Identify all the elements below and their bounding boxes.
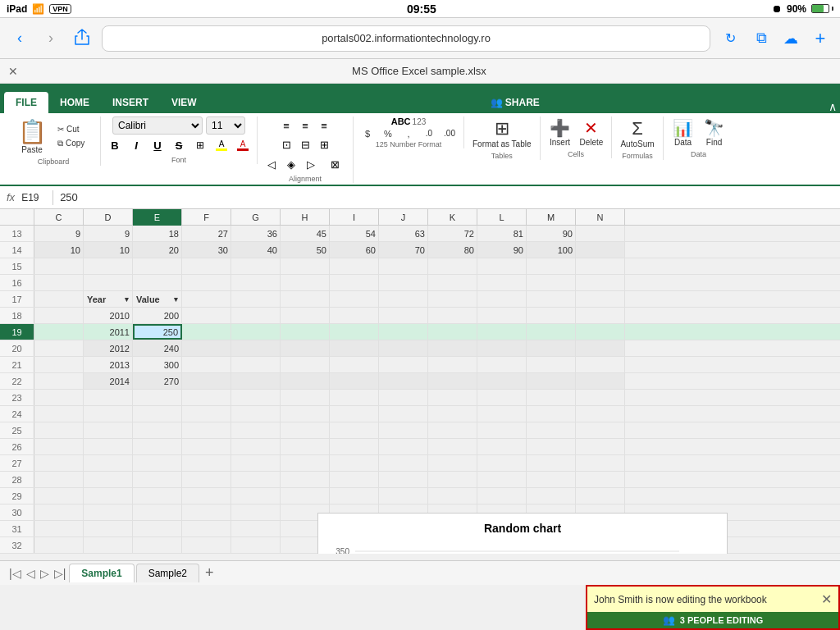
sheet-tab-sample1[interactable]: Sample1: [69, 564, 134, 582]
data-button[interactable]: 📊 Data: [669, 116, 698, 148]
left-align-button[interactable]: ◁: [262, 155, 281, 173]
cell-h14[interactable]: 50: [281, 242, 330, 258]
cell-e13[interactable]: 18: [133, 226, 182, 241]
cell-d14[interactable]: 10: [84, 242, 133, 258]
cell-d20[interactable]: 2012: [84, 340, 133, 356]
find-button[interactable]: 🔭 Find: [700, 116, 729, 148]
cell-g13[interactable]: 36: [231, 226, 281, 241]
cell-n14[interactable]: [576, 242, 625, 258]
sheet-nav-start[interactable]: |◁: [7, 567, 24, 580]
notification-close-button[interactable]: ✕: [821, 591, 832, 607]
border-button[interactable]: ⊞: [191, 136, 209, 154]
cell-k13[interactable]: 72: [428, 226, 477, 241]
col-header-m[interactable]: M: [527, 209, 576, 226]
back-button[interactable]: ‹: [8, 27, 31, 50]
cell-f13[interactable]: 27: [182, 226, 231, 241]
cell-e22[interactable]: 270: [133, 373, 182, 389]
sheet-nav-prev[interactable]: ◁: [24, 567, 38, 580]
new-tab-button[interactable]: +: [809, 27, 832, 50]
font-name-select[interactable]: Calibri: [112, 116, 203, 135]
format-as-table-button[interactable]: ⊞ Format as Table: [469, 116, 535, 150]
cell-f15[interactable]: [182, 258, 231, 274]
cell-h15[interactable]: [281, 258, 330, 274]
cell-e19[interactable]: 250: [133, 324, 182, 340]
tab-view-button[interactable]: ⧉: [750, 27, 773, 50]
share-button[interactable]: [71, 27, 94, 50]
cell-d17-year[interactable]: Year ▾: [84, 291, 133, 307]
cell-m14[interactable]: 100: [527, 242, 576, 258]
col-header-l[interactable]: L: [477, 209, 527, 226]
cell-k15[interactable]: [428, 258, 477, 274]
align-top-center[interactable]: ≡: [296, 116, 314, 135]
col-header-j[interactable]: J: [379, 209, 428, 226]
col-header-g[interactable]: G: [231, 209, 281, 226]
col-header-e[interactable]: E: [133, 209, 182, 226]
align-bottom-left[interactable]: ⊡: [277, 135, 295, 153]
cell-i14[interactable]: 60: [330, 242, 379, 258]
close-button[interactable]: ✕: [8, 65, 18, 78]
cell-e21[interactable]: 300: [133, 357, 182, 372]
cell-d18[interactable]: 2010: [84, 308, 133, 323]
currency-button[interactable]: $: [358, 129, 377, 139]
cell-f14[interactable]: 30: [182, 242, 231, 258]
font-color-button[interactable]: A: [234, 136, 252, 154]
col-header-n[interactable]: N: [576, 209, 625, 226]
align-bottom-right[interactable]: ⊞: [315, 135, 333, 153]
col-header-i[interactable]: I: [330, 209, 379, 226]
cell-d19[interactable]: 2011: [84, 324, 133, 340]
cell-m13[interactable]: 90: [527, 226, 576, 241]
fill-color-button[interactable]: A: [212, 136, 231, 154]
align-bottom-center[interactable]: ⊟: [296, 135, 314, 153]
cell-e15[interactable]: [133, 258, 182, 274]
add-sheet-button[interactable]: +: [205, 564, 214, 582]
col-header-h[interactable]: H: [281, 209, 330, 226]
sheet-nav-end[interactable]: ▷|: [52, 567, 69, 580]
cell-c15[interactable]: [34, 258, 84, 274]
formula-input[interactable]: [60, 191, 833, 203]
cloud-button[interactable]: ☁: [779, 27, 802, 50]
cell-e17-value[interactable]: Value ▾: [133, 291, 182, 307]
cell-n13[interactable]: [576, 226, 625, 241]
right-align-button[interactable]: ▷: [302, 155, 320, 173]
cell-i13[interactable]: 54: [330, 226, 379, 241]
cut-button[interactable]: ✂ Cut: [54, 123, 95, 135]
increase-decimal-button[interactable]: .0: [420, 129, 438, 139]
cell-e18[interactable]: 200: [133, 308, 182, 323]
cell-d15[interactable]: [84, 258, 133, 274]
paste-button[interactable]: 📋 Paste: [11, 116, 52, 156]
cell-d22[interactable]: 2014: [84, 373, 133, 389]
cell-j14[interactable]: 70: [379, 242, 428, 258]
align-top-left[interactable]: ≡: [277, 116, 295, 135]
cell-j15[interactable]: [379, 258, 428, 274]
cell-g15[interactable]: [231, 258, 281, 274]
reload-button[interactable]: ↻: [719, 27, 742, 50]
merge-button[interactable]: ⊠: [322, 155, 348, 173]
sheet-nav-next[interactable]: ▷: [38, 567, 52, 580]
cell-h13[interactable]: 45: [281, 226, 330, 241]
col-header-k[interactable]: K: [428, 209, 477, 226]
cell-d13[interactable]: 9: [84, 226, 133, 241]
tab-share[interactable]: 👥 SHARE: [479, 92, 551, 113]
forward-button[interactable]: ›: [39, 27, 62, 50]
cell-e20[interactable]: 240: [133, 340, 182, 356]
comma-button[interactable]: ,: [399, 129, 418, 139]
tab-view[interactable]: VIEW: [160, 92, 208, 113]
align-top-right[interactable]: ≡: [315, 116, 333, 135]
decrease-decimal-button[interactable]: .00: [441, 129, 459, 139]
cell-i15[interactable]: [330, 258, 379, 274]
italic-button[interactable]: I: [127, 136, 145, 154]
cell-k14[interactable]: 80: [428, 242, 477, 258]
center-align-button[interactable]: ◈: [282, 155, 300, 173]
cell-m15[interactable]: [527, 258, 576, 274]
autosum-button[interactable]: Σ AutoSum: [617, 116, 657, 150]
cell-d21[interactable]: 2013: [84, 357, 133, 372]
cell-l14[interactable]: 90: [477, 242, 527, 258]
col-header-f[interactable]: F: [182, 209, 231, 226]
percent-button[interactable]: %: [379, 129, 397, 139]
cell-l13[interactable]: 81: [477, 226, 527, 241]
copy-button[interactable]: ⧉ Copy: [54, 137, 95, 150]
col-header-c[interactable]: C: [34, 209, 84, 226]
tab-insert[interactable]: INSERT: [101, 92, 160, 113]
ribbon-collapse-button[interactable]: ∧: [829, 100, 837, 113]
cell-e14[interactable]: 20: [133, 242, 182, 258]
